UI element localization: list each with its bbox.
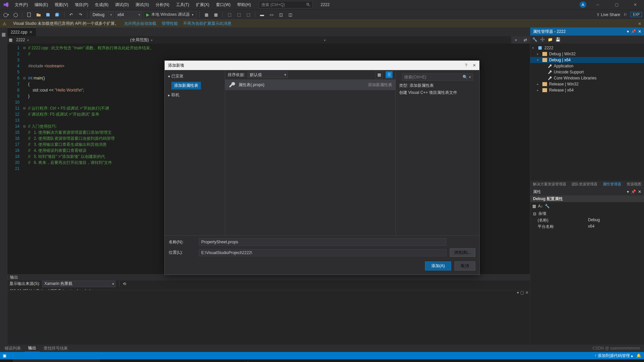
- maximize-button[interactable]: ▢: [609, 0, 624, 9]
- cat-icon[interactable]: ▦: [532, 204, 536, 208]
- tree-item[interactable]: Unicode Support: [530, 69, 644, 75]
- nav-scope-1[interactable]: 2222: [13, 38, 127, 42]
- run-button[interactable]: ▶本地 Windows 调试器▾: [143, 11, 197, 18]
- menu-item[interactable]: 窗口(W): [213, 1, 233, 9]
- toolbar-icon[interactable]: ⬚: [235, 11, 243, 19]
- notification-link[interactable]: 不再为当前扩展显示此消息: [183, 21, 231, 26]
- menu-item[interactable]: 项目(P): [72, 1, 91, 9]
- view-list-button[interactable]: ☰: [385, 71, 393, 78]
- nav-scope-3[interactable]: [319, 38, 511, 42]
- category-selected[interactable]: 添加新属性表: [171, 82, 201, 89]
- sort-dropdown[interactable]: 默认值: [248, 71, 288, 78]
- panel-maximize-icon[interactable]: ▢: [520, 290, 524, 296]
- cancel-button[interactable]: 取消: [454, 261, 475, 270]
- notification-link[interactable]: 允许同步自动加载: [124, 21, 156, 26]
- right-tab[interactable]: 团队资源管理器: [569, 181, 600, 188]
- prop-row[interactable]: (名称)Debug: [530, 217, 644, 224]
- open-button[interactable]: [35, 11, 43, 19]
- wrench-icon[interactable]: 🔧: [532, 37, 537, 42]
- toolbar-icon[interactable]: ▬: [258, 11, 266, 19]
- taskbar-search[interactable]: 🔍 在这里输入你要搜索的内容: [13, 359, 100, 362]
- tree-item[interactable]: Application: [530, 63, 644, 69]
- tree-item[interactable]: ▾Debug | x64: [530, 57, 644, 63]
- add-button[interactable]: 添加(A): [425, 261, 451, 270]
- toolbar-icon[interactable]: ▭: [267, 11, 275, 19]
- cortana-icon[interactable]: ○: [100, 359, 113, 362]
- close-button[interactable]: ✕: [628, 0, 643, 9]
- panel-dropdown-icon[interactable]: ▾: [517, 290, 519, 296]
- account-avatar[interactable]: A: [580, 1, 586, 8]
- panel-close-icon[interactable]: ✕: [638, 189, 641, 194]
- live-share-button[interactable]: ⇪ Live Share: [596, 12, 620, 17]
- toolbar-icon[interactable]: ▦: [212, 11, 220, 19]
- minimize-button[interactable]: ─: [590, 0, 605, 9]
- save-button[interactable]: [44, 11, 52, 19]
- tree-item[interactable]: ▸Debug | Win32: [530, 51, 644, 57]
- toolbar-icon[interactable]: ◫: [286, 11, 294, 19]
- app-icon[interactable]: 🦊: [151, 359, 164, 362]
- name-input[interactable]: [199, 238, 446, 246]
- menu-item[interactable]: 生成(B): [92, 1, 111, 9]
- platform-dropdown[interactable]: x64: [115, 11, 142, 18]
- mail-icon[interactable]: ✉️: [164, 359, 176, 362]
- help-button[interactable]: ?: [465, 63, 467, 68]
- start-button[interactable]: [0, 359, 13, 362]
- tree-item[interactable]: Core Windows Libraries: [530, 75, 644, 81]
- panel-dropdown-icon[interactable]: ▾: [627, 29, 629, 34]
- right-tab[interactable]: 解决方案资源管理器: [530, 181, 569, 188]
- menu-item[interactable]: 测试(S): [133, 1, 152, 9]
- feedback-icon[interactable]: ⚐: [624, 12, 627, 17]
- explorer-icon[interactable]: 📁: [125, 359, 138, 362]
- dialog-close-button[interactable]: ✕: [473, 63, 476, 68]
- template-item[interactable]: 属性表(.props) 添加新属性表: [225, 79, 395, 90]
- panel-pin-icon[interactable]: 📌: [631, 29, 636, 34]
- tab-close-icon[interactable]: ✕: [29, 30, 33, 35]
- split-button[interactable]: ＋: [511, 36, 521, 44]
- menu-item[interactable]: 文件(F): [12, 1, 31, 9]
- notification-link[interactable]: 管理性能: [162, 21, 178, 26]
- task-view-icon[interactable]: ▯▯: [113, 359, 125, 362]
- bottom-tab[interactable]: 错误列表: [1, 345, 24, 352]
- app-icon[interactable]: ⚡: [189, 359, 202, 362]
- dialog-titlebar[interactable]: 添加新项 ?✕: [165, 61, 479, 70]
- toolbar-icon[interactable]: ▦: [202, 11, 210, 19]
- menu-item[interactable]: 编辑(E): [32, 1, 51, 9]
- nav-scope-2[interactable]: (全局范围): [127, 37, 319, 43]
- toolbar-icon[interactable]: ⬚: [225, 11, 233, 19]
- toolbar-icon[interactable]: ⬚: [244, 11, 252, 19]
- template-search[interactable]: 搜索(Ctrl+E) 🔍 ▾: [402, 73, 473, 81]
- prop-row[interactable]: 平台名称x64: [530, 224, 644, 230]
- menu-item[interactable]: 调试(D): [112, 1, 131, 9]
- redo-button[interactable]: ↷: [76, 11, 85, 19]
- bottom-tab[interactable]: 查找符号结果: [40, 345, 71, 352]
- fold-gutter[interactable]: ⊟⊟⊟⊟: [22, 44, 27, 274]
- right-tab[interactable]: 属性管理器: [600, 181, 624, 188]
- vs-icon[interactable]: [240, 359, 253, 362]
- output-body[interactable]: [18:44:45] Hot Reload IDE Extension Load…: [7, 287, 530, 290]
- chrome-icon[interactable]: ⭕: [227, 359, 240, 362]
- save-all-button[interactable]: [53, 11, 61, 19]
- quick-search[interactable]: 搜索 (Ctrl+Q): [259, 1, 313, 8]
- nav-icon[interactable]: ▦: [7, 38, 13, 42]
- save-icon[interactable]: 💾: [555, 37, 560, 42]
- panel-close-icon[interactable]: ✕: [525, 290, 529, 296]
- output-source-dropdown[interactable]: Xamarin 热重载: [42, 281, 116, 287]
- menu-item[interactable]: 工具(T): [173, 1, 192, 9]
- menu-item[interactable]: 视图(V): [52, 1, 71, 9]
- menu-item[interactable]: 分析(N): [153, 1, 172, 9]
- view-tiles-button[interactable]: ▦: [375, 71, 383, 78]
- propmgr-tree[interactable]: ▾2222▸Debug | Win32▾Debug | x64Applicati…: [530, 44, 644, 181]
- source-control-button[interactable]: ↑ 添加到源代码管理 ▴: [594, 353, 633, 359]
- gutter-tab[interactable]: 服务器资源管理器: [1, 29, 6, 343]
- editor-tab[interactable]: 2222.cpp ✕: [7, 27, 36, 36]
- prop-category[interactable]: ⊟杂项: [530, 210, 644, 217]
- panel-pin-icon[interactable]: 📌: [631, 189, 636, 194]
- installed-node[interactable]: ▾已安装: [167, 72, 223, 80]
- menu-item[interactable]: 帮助(H): [234, 1, 254, 9]
- panel-dropdown-icon[interactable]: ▾: [627, 189, 629, 194]
- tree-item[interactable]: ▸Release | Win32: [530, 81, 644, 87]
- forward-button[interactable]: ◯: [11, 11, 19, 19]
- toggle-button[interactable]: ⇄: [521, 36, 530, 44]
- new-file-button[interactable]: [25, 11, 33, 19]
- edge-icon[interactable]: 🌐: [215, 359, 227, 362]
